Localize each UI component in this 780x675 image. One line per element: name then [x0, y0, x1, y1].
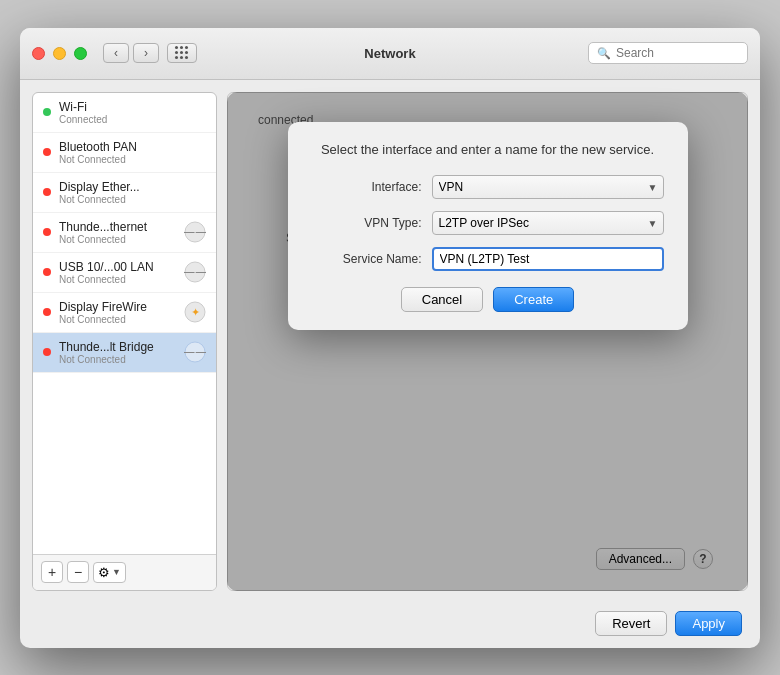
sidebar-item-firewire[interactable]: Display FireWire Not Connected ✦: [33, 293, 216, 333]
status-dot-firewire: [43, 308, 51, 316]
sidebar-item-thunderbolt-ethernet[interactable]: Thunde...thernet Not Connected ⟵⟶: [33, 213, 216, 253]
modal-servicename-label: Service Name:: [312, 252, 422, 266]
search-input[interactable]: [616, 46, 739, 60]
grid-button[interactable]: [167, 43, 197, 63]
sidebar-item-firewire-name: Display FireWire: [59, 300, 176, 314]
vpntype-select-wrapper: L2TP over IPSec Cisco IPSec IKEv2 ▼: [432, 211, 664, 235]
modal-servicename-row: Service Name:: [312, 247, 664, 271]
modal-vpntype-label: VPN Type:: [312, 216, 422, 230]
sidebar-item-display-eth-status: Not Connected: [59, 194, 206, 205]
back-button[interactable]: ‹: [103, 43, 129, 63]
forward-button[interactable]: ›: [133, 43, 159, 63]
sidebar-item-tb-eth-name: Thunde...thernet: [59, 220, 176, 234]
sidebar-toolbar: + − ⚙ ▼: [33, 554, 216, 590]
sidebar-item-wifi-status: Connected: [59, 114, 206, 125]
svg-text:⟵⟶: ⟵⟶: [184, 345, 206, 359]
sidebar-item-wifi[interactable]: Wi-Fi Connected: [33, 93, 216, 133]
svg-text:⟵⟶: ⟵⟶: [184, 225, 206, 239]
sidebar-item-usb-name: USB 10/...00 LAN: [59, 260, 176, 274]
main-window: ‹ › Network 🔍 Wi-Fi Connect: [20, 28, 760, 648]
nav-buttons: ‹ ›: [103, 43, 159, 63]
cancel-button[interactable]: Cancel: [401, 287, 483, 312]
status-dot-display-eth: [43, 188, 51, 196]
modal-buttons: Cancel Create: [312, 287, 664, 312]
modal-title: Select the interface and enter a name fo…: [312, 142, 664, 157]
modal-vpntype-row: VPN Type: L2TP over IPSec Cisco IPSec IK…: [312, 211, 664, 235]
gear-menu-button[interactable]: ⚙ ▼: [93, 562, 126, 583]
sidebar-item-bluetooth-pan[interactable]: Bluetooth PAN Not Connected: [33, 133, 216, 173]
sidebar-item-bluetooth-name: Bluetooth PAN: [59, 140, 206, 154]
grid-icon: [175, 46, 189, 60]
traffic-lights: [32, 47, 87, 60]
sidebar-item-tb-eth-status: Not Connected: [59, 234, 176, 245]
revert-button[interactable]: Revert: [595, 611, 667, 636]
search-box: 🔍: [588, 42, 748, 64]
sidebar-item-tb-bridge-name: Thunde...lt Bridge: [59, 340, 176, 354]
content-area: Wi-Fi Connected Bluetooth PAN Not Connec…: [20, 80, 760, 603]
tb-bridge-icon: ⟵⟶: [184, 341, 206, 363]
minimize-button[interactable]: [53, 47, 66, 60]
create-button[interactable]: Create: [493, 287, 574, 312]
status-dot-usb: [43, 268, 51, 276]
modal-interface-row: Interface: VPN Wi-Fi Ethernet Bluetooth …: [312, 175, 664, 199]
sidebar-item-tb-bridge-status: Not Connected: [59, 354, 176, 365]
new-service-modal: Select the interface and enter a name fo…: [288, 122, 688, 330]
gear-icon: ⚙: [98, 565, 110, 580]
status-dot-tb-eth: [43, 228, 51, 236]
chevron-down-icon: ▼: [112, 567, 121, 577]
status-dot-bluetooth: [43, 148, 51, 156]
sidebar-item-tb-bridge[interactable]: Thunde...lt Bridge Not Connected ⟵⟶: [33, 333, 216, 373]
sidebar-item-bluetooth-status: Not Connected: [59, 154, 206, 165]
modal-overlay: Select the interface and enter a name fo…: [227, 92, 748, 591]
sidebar-item-usb-status: Not Connected: [59, 274, 176, 285]
sidebar-item-display-ethernet[interactable]: Display Ether... Not Connected: [33, 173, 216, 213]
window-title: Network: [364, 46, 415, 61]
remove-service-button[interactable]: −: [67, 561, 89, 583]
sidebar-item-display-eth-name: Display Ether...: [59, 180, 206, 194]
sidebar-item-usb-lan[interactable]: USB 10/...00 LAN Not Connected ⟵⟶: [33, 253, 216, 293]
search-icon: 🔍: [597, 47, 611, 60]
usb-icon: ⟵⟶: [184, 261, 206, 283]
vpntype-select[interactable]: L2TP over IPSec Cisco IPSec IKEv2: [432, 211, 664, 235]
maximize-button[interactable]: [74, 47, 87, 60]
interface-select-wrapper: VPN Wi-Fi Ethernet Bluetooth PAN ▼: [432, 175, 664, 199]
modal-interface-label: Interface:: [312, 180, 422, 194]
interface-select[interactable]: VPN Wi-Fi Ethernet Bluetooth PAN: [432, 175, 664, 199]
firewire-icon: ✦: [184, 301, 206, 323]
svg-text:⟵⟶: ⟵⟶: [184, 265, 206, 279]
status-dot-tb-bridge: [43, 348, 51, 356]
sidebar-item-firewire-status: Not Connected: [59, 314, 176, 325]
close-button[interactable]: [32, 47, 45, 60]
service-name-input[interactable]: [432, 247, 664, 271]
status-dot-wifi: [43, 108, 51, 116]
sidebar: Wi-Fi Connected Bluetooth PAN Not Connec…: [32, 92, 217, 591]
sidebar-list: Wi-Fi Connected Bluetooth PAN Not Connec…: [33, 93, 216, 554]
titlebar: ‹ › Network 🔍: [20, 28, 760, 80]
sidebar-item-wifi-name: Wi-Fi: [59, 100, 206, 114]
add-service-button[interactable]: +: [41, 561, 63, 583]
main-panel: connected. IP Address: Subnet Mask: Rout…: [227, 92, 748, 591]
window-bottom: Revert Apply: [20, 603, 760, 648]
svg-text:✦: ✦: [191, 306, 200, 318]
thunderbolt-icon: ⟵⟶: [184, 221, 206, 243]
apply-button[interactable]: Apply: [675, 611, 742, 636]
